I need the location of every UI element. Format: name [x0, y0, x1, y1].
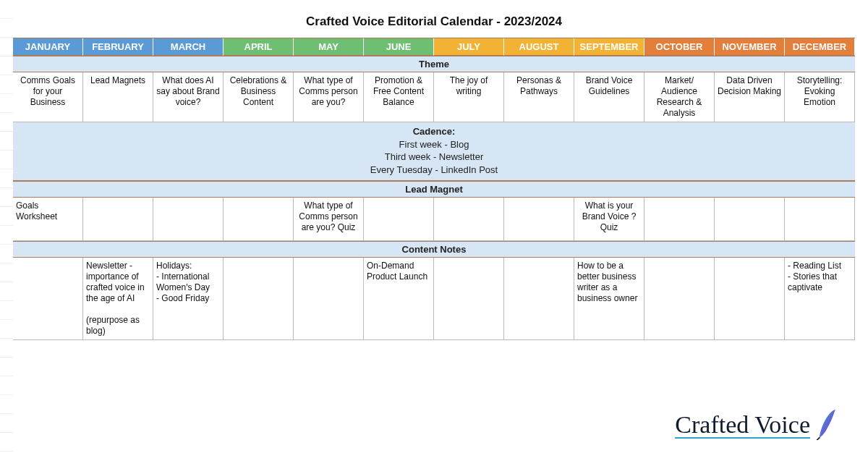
month-header-mar[interactable]: MARCH	[153, 38, 224, 56]
content-notes-cell[interactable]: Newsletter - importance of crafted voice…	[83, 258, 153, 340]
lead-magnet-cell[interactable]	[715, 198, 785, 241]
lead-magnet-cell[interactable]: Goals Worksheet	[13, 198, 83, 241]
content-notes-cell[interactable]	[504, 258, 574, 340]
brand-logo: Crafted Voice	[675, 408, 839, 443]
theme-cell[interactable]: The joy of writing	[434, 72, 504, 122]
month-header-jan[interactable]: JANUARY	[13, 38, 83, 56]
content-notes-cell[interactable]	[224, 258, 294, 340]
feather-icon	[814, 408, 839, 443]
content-notes-cell[interactable]: How to be a better business writer as a …	[574, 258, 644, 340]
lead-magnet-cell[interactable]	[83, 198, 153, 241]
lead-magnet-cell[interactable]	[224, 198, 294, 241]
month-header-dec[interactable]: DECEMBER	[785, 38, 855, 56]
month-header-apr[interactable]: APRIL	[224, 38, 294, 56]
month-header-nov[interactable]: NOVEMBER	[715, 38, 785, 56]
content-notes-cell[interactable]	[715, 258, 785, 340]
content-notes-cell[interactable]	[13, 258, 83, 340]
content-notes-cell[interactable]	[434, 258, 504, 340]
lead-magnet-cell[interactable]	[434, 198, 504, 241]
section-band-lead-magnet: Lead Magnet	[13, 181, 855, 198]
lead-magnet-cell[interactable]	[153, 198, 224, 241]
month-header-oct[interactable]: OCTOBER	[644, 38, 715, 56]
spreadsheet-canvas: Crafted Voice Editorial Calendar - 2023/…	[0, 0, 868, 340]
content-notes-cell[interactable]: - Reading List- Stories that captivate	[785, 258, 855, 340]
content-notes-cell[interactable]: On-Demand Product Launch	[364, 258, 434, 340]
brand-logo-text: Crafted Voice	[675, 413, 810, 439]
month-header-jul[interactable]: JULY	[434, 38, 504, 56]
theme-cell[interactable]: What does AI say about Brand voice?	[153, 72, 224, 122]
month-header-feb[interactable]: FEBRUARY	[83, 38, 153, 56]
cadence-line: First week - Blog	[13, 138, 855, 151]
theme-cell[interactable]: Brand Voice Guidelines	[574, 72, 644, 122]
theme-cell[interactable]: Storytelling: Evoking Emotion	[785, 72, 855, 122]
month-header-sep[interactable]: SEPTEMBER	[574, 38, 644, 56]
month-header-aug[interactable]: AUGUST	[504, 38, 574, 56]
section-band-theme: Theme	[13, 56, 855, 72]
content-notes-cell[interactable]	[294, 258, 364, 340]
theme-cell[interactable]: What type of Comms person are you?	[294, 72, 364, 122]
theme-cell[interactable]: Data Driven Decision Making	[715, 72, 785, 122]
lead-magnet-cell[interactable]: What type of Comms person are you? Quiz	[294, 198, 364, 241]
section-band-content-notes: Content Notes	[13, 241, 855, 258]
theme-cell[interactable]: Market/ Audience Research & Analysis	[644, 72, 715, 122]
content-notes-cell[interactable]	[644, 258, 715, 340]
month-header-may[interactable]: MAY	[294, 38, 364, 56]
cadence-block: Cadence: First week - Blog Third week - …	[13, 122, 855, 181]
cadence-line: Third week - Newsletter	[13, 151, 855, 164]
lead-magnet-cell[interactable]	[785, 198, 855, 241]
lead-magnet-cell[interactable]: What is your Brand Voice ? Quiz	[574, 198, 644, 241]
theme-cell[interactable]: Lead Magnets	[83, 72, 153, 122]
calendar-grid: JANUARY FEBRUARY MARCH APRIL MAY JUNE JU…	[13, 38, 855, 340]
month-header-jun[interactable]: JUNE	[364, 38, 434, 56]
content-notes-cell[interactable]: Holidays:- International Women's Day- Go…	[153, 258, 224, 340]
cadence-line: Every Tuesday - LinkedIn Post	[13, 164, 855, 177]
lead-magnet-cell[interactable]	[504, 198, 574, 241]
theme-cell[interactable]: Celebrations & Business Content	[224, 72, 294, 122]
theme-cell[interactable]: Personas & Pathways	[504, 72, 574, 122]
lead-magnet-cell[interactable]	[644, 198, 715, 241]
page-title: Crafted Voice Editorial Calendar - 2023/…	[13, 10, 855, 38]
lead-magnet-cell[interactable]	[364, 198, 434, 241]
theme-cell[interactable]: Comms Goals for your Business	[13, 72, 83, 122]
theme-cell[interactable]: Promotion & Free Content Balance	[364, 72, 434, 122]
cadence-title: Cadence:	[13, 125, 855, 138]
